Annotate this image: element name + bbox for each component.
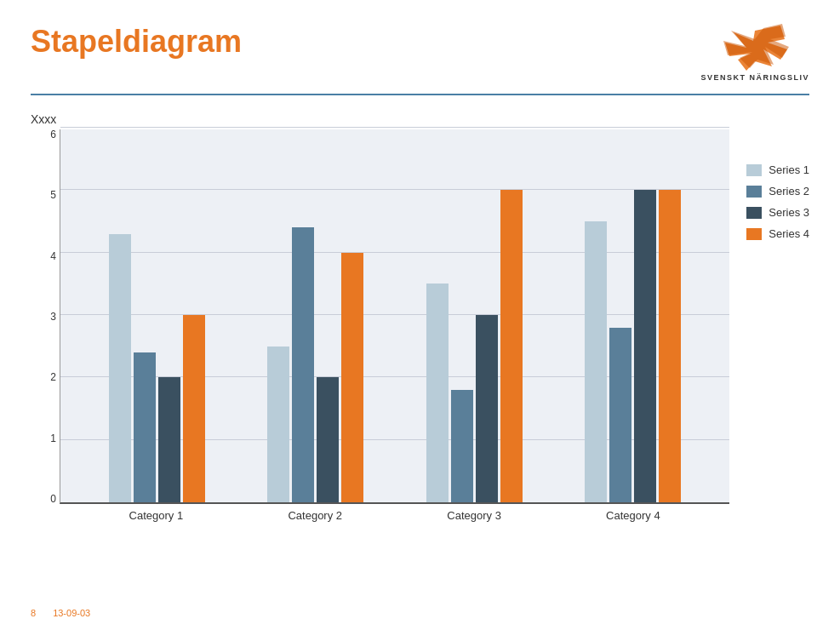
legend-item-series1: Series 1 — [746, 163, 809, 176]
bar-cat3-series1 — [426, 284, 449, 502]
bar-group-cat2 — [267, 227, 363, 502]
legend-label-series1: Series 1 — [769, 163, 809, 176]
legend: Series 1 Series 2 Series 3 Series 4 — [746, 112, 809, 240]
bar-cat4-series4 — [659, 190, 681, 502]
bar-cat2-series3 — [317, 377, 339, 502]
legend-swatch-series4 — [746, 228, 762, 240]
y-axis-title: Xxxx — [31, 112, 729, 126]
chart-wrapper: Xxxx 0 1 2 3 4 5 6 — [31, 112, 729, 522]
bar-cat2-series1 — [267, 346, 289, 502]
bar-group-cat1 — [109, 234, 205, 502]
bar-cat3-series4 — [500, 190, 523, 502]
logo-text: SVENSKT NÄRINGSLIV — [700, 73, 809, 82]
cat-label-2: Category 2 — [236, 509, 395, 522]
category-labels: Category 1 Category 2 Category 3 Categor… — [60, 504, 729, 522]
legend-label-series2: Series 2 — [769, 185, 809, 198]
chart-area: 0 1 2 3 4 5 6 — [31, 129, 729, 504]
cat-label-4: Category 4 — [553, 509, 712, 522]
bar-group-cat3 — [426, 190, 523, 502]
legend-label-series4: Series 4 — [769, 227, 809, 240]
bar-cat4-series2 — [609, 328, 631, 502]
footer: 8 13-09-03 — [31, 608, 90, 618]
cat-label-1: Category 1 — [77, 509, 236, 522]
bar-cat4-series1 — [585, 221, 607, 502]
bar-cat3-series3 — [476, 315, 498, 502]
legend-label-series3: Series 3 — [769, 206, 809, 219]
chart-section: Xxxx 0 1 2 3 4 5 6 — [0, 95, 840, 530]
y-label-3: 3 — [31, 312, 56, 322]
chart-plot — [60, 129, 729, 504]
y-axis: 0 1 2 3 4 5 6 — [31, 129, 56, 504]
footer-date: 13-09-03 — [53, 608, 90, 618]
cat-label-3: Category 3 — [395, 509, 554, 522]
logo: SVENSKT NÄRINGSLIV — [700, 24, 809, 82]
page-title: Stapeldiagram — [31, 24, 242, 60]
legend-item-series3: Series 3 — [746, 206, 809, 219]
y-label-5: 5 — [31, 190, 56, 200]
bar-cat1-series3 — [158, 377, 180, 502]
bar-group-cat4 — [585, 190, 681, 502]
y-label-6: 6 — [31, 129, 56, 140]
bar-cat1-series1 — [109, 234, 131, 502]
y-label-4: 4 — [31, 251, 56, 261]
bar-cat3-series2 — [451, 390, 473, 502]
y-label-0: 0 — [31, 494, 56, 504]
bar-cat4-series3 — [634, 190, 656, 502]
legend-swatch-series2 — [746, 186, 762, 198]
grid-line-6 — [60, 127, 729, 128]
footer-page-number: 8 — [31, 608, 36, 618]
legend-swatch-series3 — [746, 207, 762, 219]
y-label-2: 2 — [31, 372, 56, 382]
bar-cat1-series4 — [183, 315, 205, 502]
bar-groups — [60, 129, 729, 502]
legend-item-series4: Series 4 — [746, 227, 809, 240]
legend-item-series2: Series 2 — [746, 185, 809, 198]
bar-cat1-series2 — [134, 352, 156, 502]
y-label-1: 1 — [31, 433, 56, 444]
bar-cat2-series4 — [341, 253, 363, 502]
slide: Stapeldiagram SVENSKT NÄRINGSLIV Xxxx 0 … — [0, 0, 840, 630]
header: Stapeldiagram SVENSKT NÄRINGSLIV — [0, 0, 840, 82]
bar-cat2-series2 — [292, 227, 314, 502]
logo-icon — [721, 24, 789, 71]
legend-swatch-series1 — [746, 164, 762, 176]
